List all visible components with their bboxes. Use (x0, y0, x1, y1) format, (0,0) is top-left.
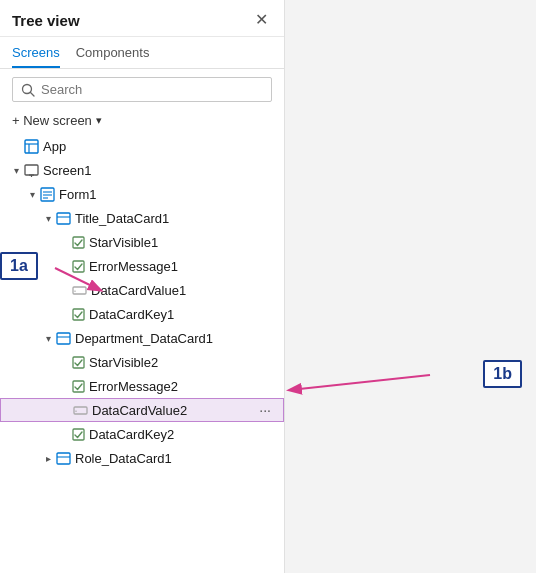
tree-item-label: Department_DataCard1 (75, 331, 284, 346)
tree-item-screen1[interactable]: ▾Screen1 (0, 158, 284, 182)
input-icon (72, 283, 87, 298)
datacard-icon (56, 211, 71, 226)
expand-chevron-icon[interactable]: ▾ (40, 213, 56, 224)
tree-item-datacardvalue1[interactable]: DataCardValue1 (0, 278, 284, 302)
panel-title: Tree view (12, 12, 80, 29)
search-input[interactable] (41, 82, 263, 97)
tree-item-label: ErrorMessage1 (89, 259, 284, 274)
tab-bar: Screens Components (0, 37, 284, 69)
expand-chevron-icon[interactable]: ▾ (24, 189, 40, 200)
tree-item-errormessage1[interactable]: ErrorMessage1 (0, 254, 284, 278)
expand-chevron-icon[interactable]: ▾ (8, 165, 24, 176)
app-icon (24, 139, 39, 154)
tree-item-label: DataCardKey1 (89, 307, 284, 322)
tree-item-label: Title_DataCard1 (75, 211, 284, 226)
tree-item-errormessage2[interactable]: ErrorMessage2 (0, 374, 284, 398)
svg-rect-5 (25, 165, 38, 175)
input-icon (73, 403, 88, 418)
svg-rect-19 (57, 333, 70, 344)
control-icon (72, 308, 85, 321)
tree-item-starvisible1[interactable]: StarVisible1 (0, 230, 284, 254)
tree-item-starvisible2[interactable]: StarVisible2 (0, 350, 284, 374)
svg-rect-12 (57, 213, 70, 224)
panel-header: Tree view ✕ (0, 0, 284, 37)
tree-item-label: DataCardKey2 (89, 427, 284, 442)
tree-item-role_datacard1[interactable]: ▸Role_DataCard1 (0, 446, 284, 470)
tree-view-panel: Tree view ✕ Screens Components + New scr… (0, 0, 285, 573)
tree-item-label: ErrorMessage2 (89, 379, 284, 394)
right-panel (285, 0, 536, 573)
svg-rect-26 (57, 453, 70, 464)
tree-item-label: DataCardValue2 (92, 403, 255, 418)
control-icon (72, 428, 85, 441)
tree-item-label: StarVisible1 (89, 235, 284, 250)
tree-item-label: StarVisible2 (89, 355, 284, 370)
new-screen-label: + New screen (12, 113, 92, 128)
tree-item-label: Form1 (59, 187, 284, 202)
tree-item-label: App (43, 139, 284, 154)
tree-item-label: DataCardValue1 (91, 283, 284, 298)
tree-item-title_datacard1[interactable]: ▾Title_DataCard1 (0, 206, 284, 230)
tree-item-app[interactable]: App (0, 134, 284, 158)
search-icon (21, 83, 35, 97)
svg-line-1 (31, 92, 35, 96)
screen-icon (24, 163, 39, 178)
tree-item-label: Role_DataCard1 (75, 451, 284, 466)
expand-chevron-icon[interactable]: ▸ (40, 453, 56, 464)
tree-item-datacardkey2[interactable]: DataCardKey2 (0, 422, 284, 446)
tab-components[interactable]: Components (76, 37, 150, 68)
control-icon (72, 236, 85, 249)
close-button[interactable]: ✕ (251, 10, 272, 30)
search-bar (12, 77, 272, 102)
tree-item-label: Screen1 (43, 163, 284, 178)
form-icon (40, 187, 55, 202)
ellipsis-menu-button[interactable]: ··· (255, 402, 275, 418)
tree-body: App▾Screen1▾Form1▾Title_DataCard1StarVis… (0, 134, 284, 573)
tab-screens[interactable]: Screens (12, 37, 60, 68)
new-screen-button[interactable]: + New screen ▾ (0, 110, 284, 134)
chevron-down-icon: ▾ (96, 114, 102, 127)
tree-item-datacardvalue2[interactable]: DataCardValue2··· (0, 398, 284, 422)
control-icon (72, 260, 85, 273)
expand-chevron-icon[interactable]: ▾ (40, 333, 56, 344)
datacard-icon (56, 331, 71, 346)
datacard-icon (56, 451, 71, 466)
tree-item-form1[interactable]: ▾Form1 (0, 182, 284, 206)
control-icon (72, 356, 85, 369)
control-icon (72, 380, 85, 393)
svg-rect-2 (25, 140, 38, 153)
tree-item-datacardkey1[interactable]: DataCardKey1 (0, 302, 284, 326)
tree-item-department_datacard1[interactable]: ▾Department_DataCard1 (0, 326, 284, 350)
